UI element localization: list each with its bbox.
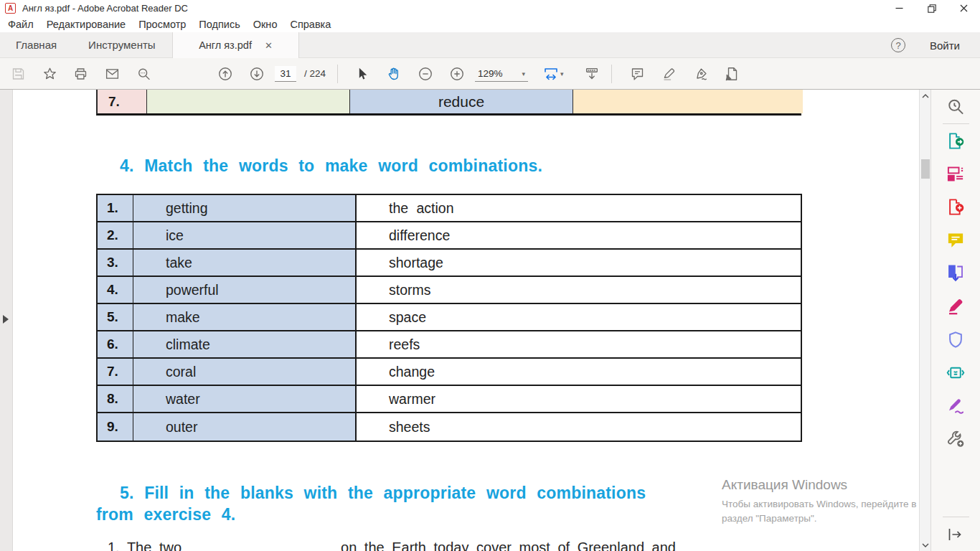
menu-edit[interactable]: Редактирование xyxy=(40,19,132,30)
previous-page-button[interactable] xyxy=(217,66,233,82)
menu-bar: Файл Редактирование Просмотр Подпись Окн… xyxy=(0,17,980,32)
row-number: 1. xyxy=(98,195,133,221)
zoom-level-control[interactable]: 129% ▾ xyxy=(475,66,528,82)
comment-tool-button[interactable] xyxy=(630,66,645,81)
page-edit-icon xyxy=(725,66,740,82)
left-word: climate xyxy=(133,331,357,357)
page-number-input[interactable] xyxy=(275,66,296,82)
chevron-down-icon xyxy=(922,543,929,547)
right-word: storms xyxy=(357,277,801,303)
panel-expand-icon[interactable] xyxy=(3,315,9,324)
edit-pdf-button[interactable] xyxy=(946,296,966,316)
tab-close-icon[interactable]: ✕ xyxy=(265,41,273,50)
sentence-start: 1. The two xyxy=(108,540,182,551)
edit-pdf-tool-button[interactable] xyxy=(725,66,740,82)
table-row: 7. coral change xyxy=(98,359,801,386)
table-row: 8. water warmer xyxy=(98,386,801,413)
combine-files-button[interactable] xyxy=(946,263,966,283)
menu-file[interactable]: Файл xyxy=(1,19,40,30)
table-row: 3. take shortage xyxy=(98,250,801,277)
more-tools-button[interactable] xyxy=(946,429,966,448)
menu-window[interactable]: Окно xyxy=(247,19,284,30)
sign-in-button[interactable]: Войти xyxy=(930,39,960,52)
toolbar-divider xyxy=(337,65,338,83)
fit-width-icon xyxy=(542,65,560,83)
right-word: change xyxy=(357,359,801,385)
comment-icon xyxy=(630,66,645,81)
email-button[interactable] xyxy=(105,66,120,81)
scroll-up-button[interactable] xyxy=(920,90,931,102)
menu-view[interactable]: Просмотр xyxy=(132,19,192,30)
zoom-in-button[interactable] xyxy=(449,66,465,82)
left-word: coral xyxy=(133,359,357,385)
empty-cell xyxy=(147,90,350,113)
close-icon xyxy=(960,4,968,12)
compress-pdf-icon xyxy=(946,363,966,382)
expand-tools-panel-button[interactable] xyxy=(946,526,966,545)
right-word: difference xyxy=(357,222,801,248)
row-number-cell: 7. xyxy=(98,90,147,113)
right-word: sheets xyxy=(357,413,801,441)
pointer-icon xyxy=(355,67,369,81)
exercise5-sentence: 1. The twoon the Earth today cover most … xyxy=(108,540,676,551)
export-pdf-button[interactable] xyxy=(946,131,966,151)
next-page-button[interactable] xyxy=(249,66,265,82)
print-button[interactable] xyxy=(73,66,88,81)
select-tool-button[interactable] xyxy=(355,67,369,81)
fountain-pen-icon xyxy=(693,66,709,82)
window-title: Англ яз.pdf - Adobe Acrobat Reader DC xyxy=(22,3,188,14)
compress-pdf-button[interactable] xyxy=(946,363,966,382)
menu-sign[interactable]: Подпись xyxy=(192,19,246,30)
left-word: ice xyxy=(133,222,357,248)
tab-document-label: Англ яз.pdf xyxy=(199,39,252,51)
shield-icon xyxy=(946,330,966,349)
export-pdf-icon xyxy=(946,131,966,151)
hand-tool-button[interactable] xyxy=(386,66,401,81)
right-word: space xyxy=(357,304,801,330)
combine-files-icon xyxy=(946,263,966,283)
minimize-button[interactable] xyxy=(883,0,915,17)
table-row: 9. outer sheets xyxy=(98,413,801,441)
menu-help[interactable]: Справка xyxy=(283,19,337,30)
right-word: reefs xyxy=(357,331,801,357)
tab-tools[interactable]: Инструменты xyxy=(72,32,171,57)
previous-exercise-row: 7. reduce xyxy=(96,90,801,116)
minimize-icon xyxy=(895,4,903,12)
save-button[interactable] xyxy=(11,66,26,81)
minus-circle-icon xyxy=(418,66,433,82)
restore-button[interactable] xyxy=(915,0,948,17)
protect-pdf-button[interactable] xyxy=(946,330,966,349)
vertical-scrollbar[interactable] xyxy=(919,90,930,551)
tab-home[interactable]: Главная xyxy=(0,32,72,57)
title-bar: A Англ яз.pdf - Adobe Acrobat Reader DC xyxy=(0,0,980,17)
left-panel-strip xyxy=(0,90,13,551)
search-tools-button[interactable] xyxy=(946,97,966,116)
zoom-out-button[interactable] xyxy=(418,66,433,82)
page-down-icon xyxy=(249,66,265,82)
fill-sign-tool-button[interactable] xyxy=(693,66,709,82)
comment-panel-button[interactable] xyxy=(946,230,966,250)
fit-width-button[interactable] xyxy=(542,65,560,83)
scrollbar-thumb[interactable] xyxy=(921,159,930,179)
search-tools-icon xyxy=(946,97,966,116)
favorites-button[interactable] xyxy=(42,66,57,81)
fill-sign-button[interactable] xyxy=(946,396,966,415)
scroll-down-button[interactable] xyxy=(920,539,931,551)
organize-pages-button[interactable] xyxy=(946,164,966,184)
empty-cell xyxy=(573,90,803,113)
row-number: 9. xyxy=(98,413,133,441)
search-button[interactable] xyxy=(136,66,151,81)
restore-icon xyxy=(928,4,936,13)
left-word: powerful xyxy=(133,277,357,303)
reading-mode-button[interactable] xyxy=(584,66,600,82)
tab-document[interactable]: Англ яз.pdf ✕ xyxy=(172,32,299,58)
right-word: warmer xyxy=(357,386,801,412)
create-pdf-button[interactable] xyxy=(946,197,966,217)
help-icon[interactable]: ? xyxy=(891,38,905,52)
main-toolbar: / 224 129% ▾ ▾ xyxy=(0,58,980,90)
fit-width-caret-icon[interactable]: ▾ xyxy=(560,70,564,77)
highlight-tool-button[interactable] xyxy=(661,66,677,81)
pdf-page: Активация Windows Чтобы активировать Win… xyxy=(13,90,919,551)
close-button[interactable] xyxy=(948,0,980,17)
page-total-label: / 224 xyxy=(304,68,326,79)
